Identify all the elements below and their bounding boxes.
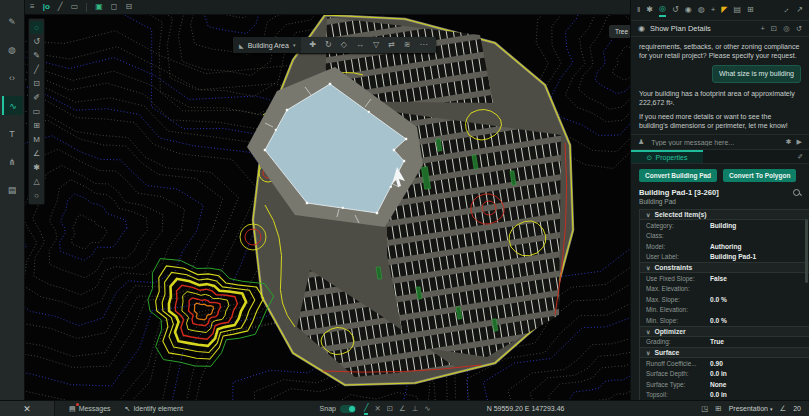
measure-angle-icon[interactable]: ∠ bbox=[30, 147, 43, 160]
target-icon[interactable]: ◎ bbox=[783, 24, 790, 33]
text-tool-icon[interactable]: T bbox=[2, 124, 23, 143]
draw-line-icon[interactable]: ╱ bbox=[30, 63, 43, 76]
settings-gear-icon[interactable]: ✱ bbox=[646, 4, 653, 16]
lasso-select-icon[interactable]: ◌ bbox=[30, 21, 43, 34]
properties-scrollbar[interactable] bbox=[805, 219, 808, 283]
draw-pencil-icon[interactable]: ✎ bbox=[30, 49, 43, 62]
undo-icon[interactable]: ↺ bbox=[30, 35, 43, 48]
chat-icon[interactable]: ◎ bbox=[659, 3, 666, 17]
edit-properties-icon[interactable]: ✐ bbox=[797, 153, 803, 161]
polygon-icon[interactable]: ▽ bbox=[373, 41, 379, 49]
tab-properties[interactable]: ⊙ Properties bbox=[631, 150, 703, 163]
lock-icon[interactable]: ◉ bbox=[685, 4, 692, 16]
map-canvas[interactable]: ◌↺✎╱⊡✐▭⊞M∠✱△○ ◣ Building Area ▾ ✚↻◇↔▽⇄≋⋯… bbox=[25, 15, 630, 400]
selected-item-header: Building Pad-1 [3-260] Building Pad bbox=[631, 187, 809, 207]
window-icon[interactable]: ⊡ bbox=[771, 24, 777, 33]
property-value[interactable]: Building bbox=[710, 222, 809, 229]
chat-input[interactable] bbox=[649, 138, 780, 147]
property-value[interactable]: Building Pad-1 bbox=[710, 253, 809, 260]
menu-icon[interactable]: ≡ bbox=[30, 3, 35, 11]
snap-off-icon[interactable]: ✕ bbox=[374, 404, 380, 413]
property-row: Use Fixed Slope:False bbox=[640, 273, 809, 284]
coordinates-readout: N 59559.20 E 147293.46 bbox=[487, 405, 565, 412]
section-header[interactable]: ∨Optimizer bbox=[640, 326, 809, 337]
view-cube-icon[interactable]: ◳ bbox=[701, 404, 708, 413]
presentation-mode-select[interactable]: Presentation ▾ bbox=[729, 405, 773, 412]
columns-icon[interactable]: ‖ bbox=[637, 4, 640, 16]
property-value[interactable]: 0.0 % bbox=[710, 317, 809, 324]
property-value[interactable]: 0.0 in bbox=[710, 370, 809, 377]
item-subtitle: Building Pad bbox=[639, 198, 801, 205]
section-header[interactable]: ∨Constraints bbox=[640, 262, 809, 273]
rectangle-tool-icon[interactable]: ▭ bbox=[71, 3, 79, 11]
snap-toggle[interactable] bbox=[340, 405, 356, 413]
offset-icon[interactable]: ≋ bbox=[404, 41, 411, 49]
share-network-icon[interactable]: ⋔ bbox=[2, 152, 23, 171]
mirror-icon[interactable]: ⇄ bbox=[388, 41, 395, 49]
terrain-icon[interactable]: △ bbox=[30, 175, 43, 188]
duplicate-icon[interactable]: ⊞ bbox=[30, 119, 43, 132]
add-icon[interactable]: + bbox=[760, 24, 764, 33]
section-header[interactable]: ∨Selected Item(s) bbox=[640, 209, 809, 220]
history-icon[interactable]: ↺ bbox=[672, 4, 679, 16]
panel-box-icon[interactable]: ◻ bbox=[111, 3, 118, 11]
flag-warning-icon[interactable]: ◤ bbox=[721, 4, 727, 16]
property-value[interactable]: 0.0 in bbox=[710, 391, 809, 398]
chat-settings-icon[interactable]: ✱ bbox=[786, 138, 792, 146]
item-title: Building Pad-1 [3-260] bbox=[639, 188, 793, 197]
convert-building-pad-button[interactable]: Convert Building Pad bbox=[639, 169, 717, 182]
property-value[interactable]: 0.90 bbox=[710, 360, 809, 367]
history-icon[interactable]: ↺ bbox=[796, 24, 802, 33]
snap-grid-icon[interactable]: ⊡ bbox=[387, 404, 393, 413]
property-value[interactable]: False bbox=[710, 275, 809, 282]
layers-green-icon[interactable]: ▣ bbox=[95, 3, 103, 11]
snap-angle-icon[interactable]: ∠ bbox=[399, 404, 406, 413]
identify-element-button[interactable]: ↖ Identify element bbox=[125, 405, 183, 413]
more-icon[interactable]: ⋯ bbox=[420, 41, 428, 49]
convert-to-polygon-button[interactable]: Convert To Polygon bbox=[723, 169, 796, 182]
utilities-pipe-icon[interactable]: ∿ bbox=[2, 96, 23, 115]
edit-vertex-icon[interactable]: ✐ bbox=[30, 91, 43, 104]
panel-minus-icon[interactable]: ⊟ bbox=[125, 3, 132, 11]
circle-tool-icon[interactable]: ○ bbox=[30, 189, 43, 202]
building-area-selector[interactable]: ◣ Building Area ▾ bbox=[233, 37, 301, 53]
snap-arc-icon[interactable]: ∿ bbox=[424, 404, 430, 413]
expand-icon[interactable]: ↔ bbox=[779, 3, 793, 17]
property-value[interactable]: Authoring bbox=[710, 243, 809, 250]
top-toolbar: ≡|o╱▭▣◻⊟ bbox=[25, 0, 630, 15]
search-icon[interactable] bbox=[793, 189, 801, 197]
grid-icon[interactable]: ⊞ bbox=[747, 4, 754, 16]
snap-point-icon[interactable]: |o bbox=[43, 3, 50, 11]
scale-icon[interactable]: ↔ bbox=[356, 41, 364, 49]
section-header[interactable]: ∨Surface bbox=[640, 347, 809, 358]
tree-layer-button[interactable]: Tree bbox=[609, 25, 630, 38]
dev-code-icon[interactable]: ‹› bbox=[2, 68, 23, 87]
move-icon[interactable]: ✚ bbox=[309, 41, 316, 49]
draw-rectangle-icon[interactable]: ▭ bbox=[30, 105, 43, 118]
line-tool-icon[interactable]: ╱ bbox=[58, 3, 63, 11]
vertex-icon[interactable]: ◇ bbox=[341, 41, 347, 49]
property-value[interactable]: None bbox=[710, 381, 809, 388]
messages-button[interactable]: ▤ Messages bbox=[69, 405, 111, 413]
snap-line-icon[interactable]: ╱ bbox=[364, 403, 369, 415]
add-icon[interactable]: + bbox=[711, 4, 716, 16]
property-row: Category:Building bbox=[640, 220, 809, 231]
projects-briefcase-icon[interactable]: ▤ bbox=[2, 180, 23, 199]
rotate-icon[interactable]: ↻ bbox=[325, 41, 332, 49]
markup-pen-icon[interactable]: ✎ bbox=[2, 12, 23, 31]
property-value[interactable]: True bbox=[710, 338, 809, 345]
popout-icon[interactable]: ↗ bbox=[796, 4, 803, 16]
marquee-select-icon[interactable]: ⊡ bbox=[30, 77, 43, 90]
explore-globe-icon[interactable]: ◍ bbox=[2, 40, 23, 59]
send-icon[interactable]: ▶ bbox=[797, 138, 802, 146]
measure-m-icon[interactable]: M bbox=[30, 133, 43, 146]
folder-icon[interactable]: ▤ bbox=[734, 4, 742, 16]
tools-button[interactable]: ✕ bbox=[0, 401, 55, 416]
snap-perp-icon[interactable]: ⊥ bbox=[412, 404, 419, 413]
settings-gear-icon[interactable]: ✱ bbox=[30, 161, 43, 174]
property-value[interactable]: 0.0 % bbox=[710, 296, 809, 303]
view-layers-icon[interactable]: ⊞ bbox=[715, 404, 721, 413]
convert-actions: Convert Building Pad Convert To Polygon bbox=[631, 164, 809, 187]
globe-icon[interactable]: ◍ bbox=[698, 4, 705, 16]
property-label: Model: bbox=[640, 243, 710, 250]
